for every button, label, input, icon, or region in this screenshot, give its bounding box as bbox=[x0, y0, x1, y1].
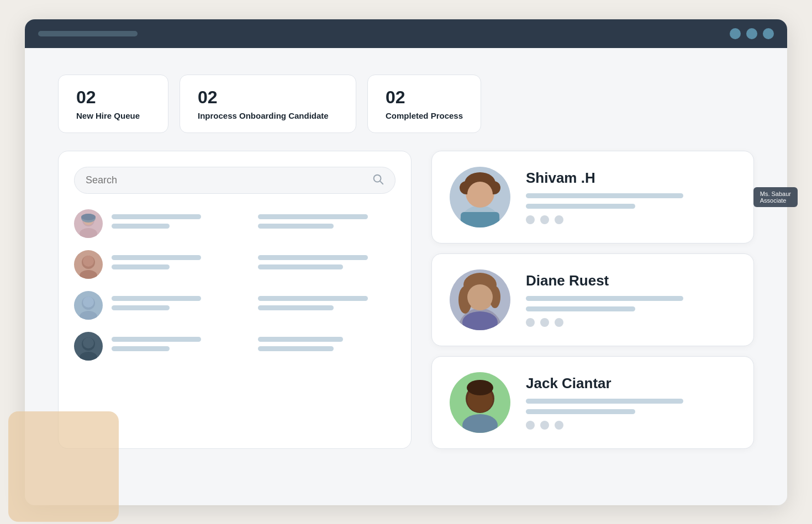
info-line bbox=[112, 264, 170, 269]
svg-point-15 bbox=[83, 337, 94, 348]
stat-number-new-hire: 02 bbox=[76, 87, 150, 108]
meta-line bbox=[258, 337, 343, 342]
meta-line bbox=[258, 346, 334, 351]
card-dot bbox=[555, 421, 563, 430]
person-card-jack[interactable]: Jack Ciantar bbox=[431, 356, 754, 449]
card-wrapper-1: Shivam .H Ms. SabaurAssociate bbox=[431, 151, 754, 253]
stat-cards: 02 New Hire Queue 02 Inprocess Onboardin… bbox=[58, 75, 754, 133]
browser-dot-2[interactable] bbox=[746, 28, 757, 39]
person-card-shivam[interactable]: Shivam .H Ms. SabaurAssociate bbox=[431, 151, 754, 244]
list-item[interactable] bbox=[74, 250, 396, 279]
card-name-shivam: Shivam .H bbox=[526, 170, 736, 187]
info-line bbox=[112, 296, 201, 301]
info-line bbox=[112, 305, 170, 310]
info-line bbox=[112, 337, 201, 342]
person-info bbox=[112, 255, 249, 274]
search-icon bbox=[372, 173, 384, 188]
card-dots bbox=[526, 215, 736, 224]
browser-content: 02 New Hire Queue 02 Inprocess Onboardin… bbox=[25, 48, 787, 505]
meta-line bbox=[258, 296, 368, 301]
person-meta bbox=[258, 296, 396, 315]
person-meta bbox=[258, 214, 396, 233]
avatar bbox=[74, 209, 103, 238]
svg-point-12 bbox=[83, 297, 94, 308]
svg-line-1 bbox=[380, 181, 383, 184]
browser-controls bbox=[730, 28, 774, 39]
stat-card-inprocess[interactable]: 02 Inprocess Onboarding Candidate bbox=[180, 75, 356, 133]
card-dot bbox=[540, 421, 549, 430]
list-item[interactable] bbox=[74, 209, 396, 238]
stat-card-completed[interactable]: 02 Completed Process bbox=[367, 75, 481, 133]
main-content: Shivam .H Ms. SabaurAssociate bbox=[58, 151, 754, 459]
svg-point-8 bbox=[80, 270, 97, 279]
card-info-diane: Diane Ruest bbox=[526, 272, 736, 327]
card-detail-line bbox=[526, 296, 683, 301]
info-line bbox=[112, 255, 201, 260]
stat-card-new-hire[interactable]: 02 New Hire Queue bbox=[58, 75, 168, 133]
browser-bar bbox=[25, 19, 787, 48]
svg-point-9 bbox=[83, 256, 94, 267]
person-info bbox=[112, 337, 249, 356]
search-bar[interactable] bbox=[74, 167, 396, 194]
stat-label-completed: Completed Process bbox=[386, 111, 463, 120]
avatar bbox=[74, 291, 103, 320]
browser-address-bar bbox=[38, 31, 138, 36]
person-meta bbox=[258, 337, 396, 356]
decorative-block bbox=[8, 411, 119, 522]
meta-line bbox=[258, 255, 368, 260]
svg-point-28 bbox=[467, 284, 493, 310]
card-detail-line bbox=[526, 204, 635, 209]
svg-point-21 bbox=[467, 182, 493, 207]
person-info bbox=[112, 214, 249, 233]
card-dot bbox=[540, 318, 549, 327]
card-name-diane: Diane Ruest bbox=[526, 272, 736, 289]
cards-stack: Shivam .H Ms. SabaurAssociate bbox=[431, 151, 754, 459]
svg-point-33 bbox=[462, 414, 498, 433]
card-dot bbox=[555, 318, 563, 327]
svg-rect-22 bbox=[461, 212, 499, 227]
avatar bbox=[74, 332, 103, 361]
card-avatar-shivam bbox=[450, 167, 510, 227]
meta-line bbox=[258, 224, 334, 229]
stat-label-new-hire: New Hire Queue bbox=[76, 111, 150, 120]
card-detail-line bbox=[526, 409, 635, 414]
browser-dot-3[interactable] bbox=[763, 28, 774, 39]
card-avatar-jack bbox=[450, 372, 510, 433]
card-tooltip-shivam: Ms. SabaurAssociate bbox=[753, 187, 798, 207]
card-dot bbox=[540, 215, 549, 224]
stat-label-inprocess: Inprocess Onboarding Candidate bbox=[198, 111, 338, 120]
card-detail-line bbox=[526, 306, 635, 311]
info-line bbox=[112, 224, 170, 229]
search-input[interactable] bbox=[86, 174, 366, 186]
meta-line bbox=[258, 305, 334, 310]
list-item[interactable] bbox=[74, 291, 396, 320]
list-panel bbox=[58, 151, 412, 449]
person-meta bbox=[258, 255, 396, 274]
card-name-jack: Jack Ciantar bbox=[526, 375, 736, 392]
browser-dot-1[interactable] bbox=[730, 28, 741, 39]
card-dot bbox=[555, 215, 563, 224]
card-dot bbox=[526, 215, 535, 224]
card-detail-line bbox=[526, 193, 683, 198]
info-line bbox=[112, 346, 170, 351]
svg-point-6 bbox=[81, 214, 96, 220]
meta-line bbox=[258, 264, 343, 269]
svg-point-3 bbox=[80, 228, 97, 238]
list-item[interactable] bbox=[74, 332, 396, 361]
card-wrapper-3: Jack Ciantar bbox=[431, 356, 754, 459]
card-dot bbox=[526, 318, 535, 327]
avatar bbox=[74, 250, 103, 279]
svg-point-32 bbox=[467, 380, 493, 395]
info-line bbox=[112, 214, 201, 219]
card-info-shivam: Shivam .H bbox=[526, 170, 736, 224]
stat-number-completed: 02 bbox=[386, 87, 463, 108]
card-dots bbox=[526, 421, 736, 430]
stat-number-inprocess: 02 bbox=[198, 87, 338, 108]
card-dot bbox=[526, 421, 535, 430]
card-wrapper-2: Diane Ruest bbox=[431, 253, 754, 356]
person-card-diane[interactable]: Diane Ruest bbox=[431, 253, 754, 346]
browser-window: 02 New Hire Queue 02 Inprocess Onboardin… bbox=[25, 19, 787, 505]
card-info-jack: Jack Ciantar bbox=[526, 375, 736, 430]
meta-line bbox=[258, 214, 368, 219]
svg-point-14 bbox=[80, 352, 97, 361]
